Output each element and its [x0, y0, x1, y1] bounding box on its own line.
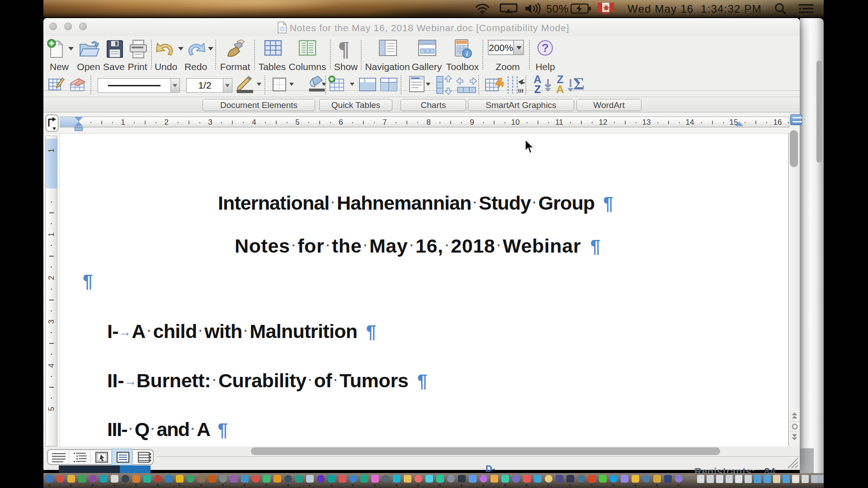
svg-text:?: ? [542, 41, 549, 55]
